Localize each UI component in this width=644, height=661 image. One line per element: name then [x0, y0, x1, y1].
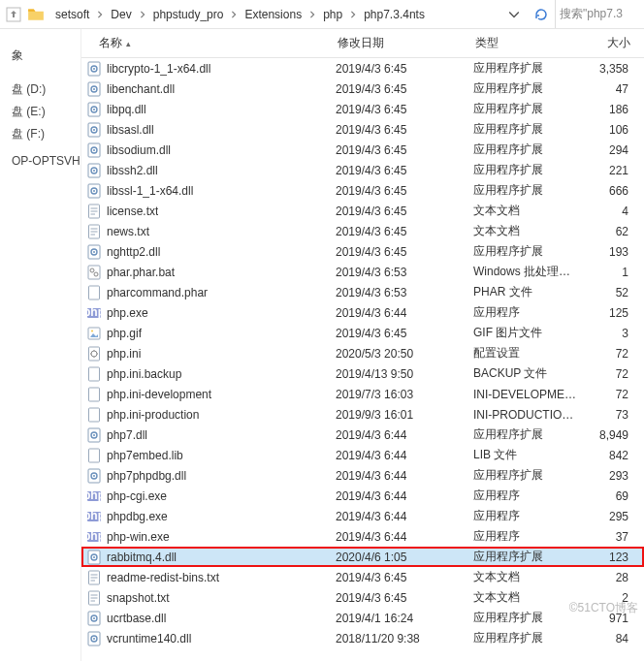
file-name: readme-redist-bins.txt	[107, 571, 219, 584]
file-row[interactable]: rabbitmq.4.dll2020/4/6 1:05应用程序扩展123	[81, 547, 644, 567]
file-date: 2019/4/3 6:44	[336, 469, 473, 483]
file-row[interactable]: libssl-1_1-x64.dll2019/4/3 6:45应用程序扩展666	[81, 180, 644, 201]
file-row[interactable]: libsasl.dll2019/4/3 6:45应用程序扩展106	[81, 119, 644, 140]
file-name: php7embed.lib	[107, 449, 183, 462]
file-row[interactable]: ucrtbase.dll2019/4/1 16:24应用程序扩展971	[81, 608, 644, 628]
file-row[interactable]: vcruntime140.dll2018/11/20 9:38应用程序扩展84	[81, 628, 644, 648]
file-name: php-win.exe	[107, 530, 170, 544]
file-date: 2019/4/13 9:50	[336, 367, 473, 381]
file-type: 应用程序扩展	[473, 162, 582, 178]
file-row[interactable]: license.txt2019/4/3 6:45文本文档4	[81, 201, 644, 221]
file-date: 2019/4/3 6:44	[336, 449, 473, 462]
file-date: 2019/4/3 6:45	[336, 184, 473, 198]
file-row[interactable]: libpq.dll2019/4/3 6:45应用程序扩展186	[81, 99, 644, 119]
file-name: libssl-1_1-x64.dll	[107, 184, 193, 198]
file-size: 69	[582, 489, 632, 503]
file-name: libpq.dll	[107, 103, 146, 116]
sidebar-item[interactable]: 盘 (F:)	[0, 123, 80, 145]
breadcrumb-segment[interactable]: setsoft	[52, 6, 92, 23]
file-row[interactable]: php.exe2019/4/3 6:44应用程序125	[81, 302, 644, 323]
chevron-right-icon	[306, 11, 318, 18]
file-row[interactable]: php.gif2019/4/3 6:45GIF 图片文件3	[81, 323, 644, 343]
file-date: 2018/11/20 9:38	[336, 632, 473, 645]
file-name: libenchant.dll	[107, 82, 175, 96]
file-name: php7phpdbg.dll	[107, 469, 186, 483]
file-size: 72	[582, 347, 632, 361]
file-date: 2019/9/3 16:01	[336, 408, 473, 422]
file-type: 应用程序	[473, 528, 582, 545]
column-size[interactable]: 大小	[584, 35, 634, 51]
file-icon	[85, 224, 103, 239]
file-row[interactable]: nghttp2.dll2019/4/3 6:45应用程序扩展193	[81, 241, 644, 262]
file-date: 2019/4/3 6:44	[336, 530, 473, 544]
file-size: 295	[582, 510, 632, 523]
file-row[interactable]: php.ini-production2019/9/3 16:01INI-PROD…	[81, 404, 644, 425]
file-icon	[85, 529, 103, 545]
column-date[interactable]: 修改日期	[338, 35, 475, 51]
file-row[interactable]: php-cgi.exe2019/4/3 6:44应用程序69	[81, 486, 644, 506]
breadcrumb-segment[interactable]: php	[320, 6, 345, 23]
column-type[interactable]: 类型	[475, 35, 584, 51]
breadcrumb[interactable]: setsoftDevphpstudy_proExtensionsphpphp7.…	[48, 6, 500, 23]
up-button[interactable]	[4, 5, 23, 24]
file-row[interactable]: php.ini2020/5/3 20:50配置设置72	[81, 343, 644, 363]
column-name[interactable]: 名称▴	[81, 35, 338, 51]
file-type: 应用程序扩展	[473, 60, 582, 77]
file-row[interactable]: phar.phar.bat2019/4/3 6:53Windows 批处理…1	[81, 262, 644, 282]
sidebar-item[interactable]: 象	[0, 45, 80, 67]
search-input[interactable]: 搜索"php7.3	[555, 0, 640, 28]
file-row[interactable]: php7embed.lib2019/4/3 6:44LIB 文件842	[81, 445, 644, 465]
file-name: phar.phar.bat	[107, 266, 175, 279]
chevron-right-icon	[94, 11, 106, 18]
file-row[interactable]: snapshot.txt2019/4/3 6:45文本文档2	[81, 587, 644, 608]
file-icon	[85, 326, 103, 341]
file-size: 193	[582, 245, 632, 259]
file-row[interactable]: libenchant.dll2019/4/3 6:45应用程序扩展47	[81, 79, 644, 99]
file-type: 应用程序扩展	[473, 426, 582, 443]
file-row[interactable]: libssh2.dll2019/4/3 6:45应用程序扩展221	[81, 160, 644, 180]
file-row[interactable]: news.txt2019/4/3 6:45文本文档62	[81, 221, 644, 241]
file-icon	[85, 631, 103, 646]
file-size: 186	[582, 103, 632, 116]
file-date: 2019/4/3 6:44	[336, 306, 473, 320]
file-name: ucrtbase.dll	[107, 612, 166, 625]
file-type: 应用程序扩展	[473, 101, 582, 117]
file-row[interactable]: php.ini-development2019/7/3 16:03INI-DEV…	[81, 384, 644, 404]
file-name: php.ini.backup	[107, 367, 181, 381]
file-size: 8,949	[582, 428, 632, 442]
breadcrumb-segment[interactable]: Extensions	[242, 6, 305, 23]
address-bar: setsoftDevphpstudy_proExtensionsphpphp7.…	[0, 0, 644, 29]
file-date: 2020/5/3 20:50	[336, 347, 473, 361]
file-size: 72	[582, 388, 632, 401]
file-type: 文本文档	[473, 589, 582, 606]
file-name: news.txt	[107, 225, 149, 238]
file-row[interactable]: php.ini.backup2019/4/13 9:50BACKUP 文件72	[81, 363, 644, 384]
file-name: libssh2.dll	[107, 164, 158, 177]
file-row[interactable]: readme-redist-bins.txt2019/4/3 6:45文本文档2…	[81, 567, 644, 587]
file-type: INI-DEVELOPME…	[473, 388, 582, 401]
file-row[interactable]: php7.dll2019/4/3 6:44应用程序扩展8,949	[81, 425, 644, 445]
file-row[interactable]: libsodium.dll2019/4/3 6:45应用程序扩展294	[81, 140, 644, 160]
column-headers[interactable]: 名称▴ 修改日期 类型 大小	[81, 29, 644, 58]
breadcrumb-segment[interactable]: Dev	[108, 6, 134, 23]
dropdown-button[interactable]	[500, 9, 528, 20]
file-row[interactable]: php7phpdbg.dll2019/4/3 6:44应用程序扩展293	[81, 465, 644, 486]
file-icon	[85, 265, 103, 280]
file-name: pharcommand.phar	[107, 286, 208, 299]
file-name: libsodium.dll	[107, 143, 171, 157]
file-row[interactable]: libcrypto-1_1-x64.dll2019/4/3 6:45应用程序扩展…	[81, 58, 644, 79]
file-size: 842	[582, 449, 632, 462]
file-row[interactable]: php-win.exe2019/4/3 6:44应用程序37	[81, 526, 644, 547]
sidebar-item[interactable]: 盘 (D:)	[0, 79, 80, 101]
file-date: 2019/4/3 6:45	[336, 143, 473, 157]
breadcrumb-segment[interactable]: phpstudy_pro	[150, 6, 227, 23]
file-name: phpdbg.exe	[107, 510, 168, 523]
file-type: 文本文档	[473, 203, 582, 219]
sidebar-item[interactable]: 盘 (E:)	[0, 101, 80, 123]
refresh-button[interactable]	[528, 7, 555, 22]
breadcrumb-segment[interactable]: php7.3.4nts	[361, 6, 428, 23]
file-row[interactable]: phpdbg.exe2019/4/3 6:44应用程序295	[81, 506, 644, 526]
sidebar-item[interactable]: OP-OPTSVHD	[0, 151, 80, 171]
file-row[interactable]: pharcommand.phar2019/4/3 6:53PHAR 文件52	[81, 282, 644, 302]
file-list-panel: 名称▴ 修改日期 类型 大小 libcrypto-1_1-x64.dll2019…	[81, 29, 644, 661]
